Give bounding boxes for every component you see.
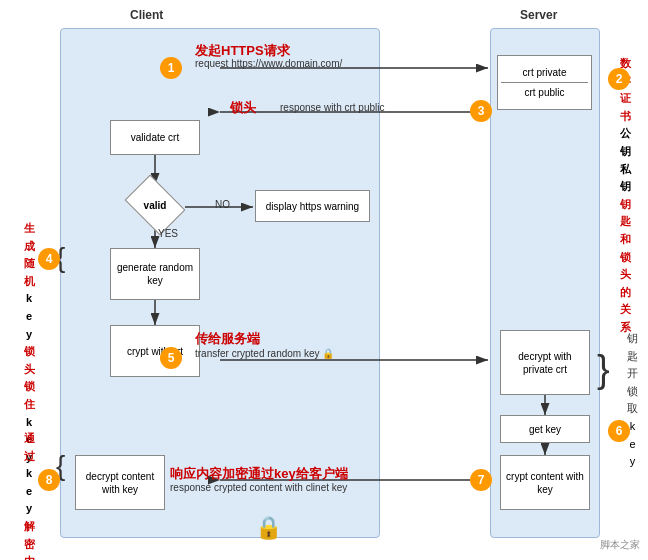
circle-6: 6 bbox=[608, 420, 630, 442]
step4-line9: 头 bbox=[14, 361, 44, 379]
get-key-text: get key bbox=[529, 423, 561, 436]
crypt-with-crt-box: crypt with crt bbox=[110, 325, 200, 377]
step7-label: 响应内容加密通过key给客户端 bbox=[170, 465, 348, 483]
step3-label-red: 锁头 bbox=[230, 99, 256, 117]
step4-line1: 生 bbox=[14, 220, 44, 238]
decrypt-content-key-box: decrypt content with key bbox=[75, 455, 165, 510]
generate-key-box: generate random key bbox=[110, 248, 200, 300]
crt-public-label: crt public bbox=[501, 83, 588, 102]
step4-line5: k bbox=[14, 290, 44, 308]
get-key-box: get key bbox=[500, 415, 590, 443]
yes-label: YES bbox=[158, 228, 178, 239]
step1-desc: request https://www.domain.com/ bbox=[195, 58, 342, 69]
diagram-container: Client Server 发起HTTPS bbox=[0, 0, 648, 560]
step4-line6: e bbox=[14, 308, 44, 326]
valid-diamond: valid bbox=[125, 185, 185, 225]
brace-step6: } bbox=[597, 348, 610, 391]
circle-5: 5 bbox=[160, 347, 182, 369]
validate-crt-text: validate crt bbox=[131, 131, 179, 144]
step4-line8: 锁 bbox=[14, 343, 44, 361]
crypt-content-key-text: crypt content with key bbox=[504, 470, 586, 496]
step5-label: 传给服务端 bbox=[195, 330, 260, 348]
server-crt-box: crt private crt public bbox=[497, 55, 592, 110]
step6-annotation: 钥 匙 开 锁 取 k e y bbox=[620, 330, 645, 471]
step2-annotation: 数 字 证 书 公 钥 私 钥 钥 匙 和 锁 头 的 关 系 bbox=[610, 55, 640, 337]
decrypt-content-key-text: decrypt content with key bbox=[79, 470, 161, 496]
display-warning-text: display https warning bbox=[266, 200, 359, 213]
step5-desc: transfer crypted random key 🔒 bbox=[195, 348, 334, 359]
decrypt-private-crt-text: decrypt with private crt bbox=[504, 350, 586, 376]
display-warning-box: display https warning bbox=[255, 190, 370, 222]
crypt-content-key-box: crypt content with key bbox=[500, 455, 590, 510]
client-label: Client bbox=[130, 8, 163, 22]
step4-line10: 锁 bbox=[14, 378, 44, 396]
server-label: Server bbox=[520, 8, 557, 22]
circle-7: 7 bbox=[470, 469, 492, 491]
circle-8: 8 bbox=[38, 469, 60, 491]
step4-line12: k bbox=[14, 414, 44, 432]
generate-key-text: generate random key bbox=[114, 261, 196, 287]
valid-text: valid bbox=[144, 200, 167, 211]
step4-line7: y bbox=[14, 326, 44, 344]
step7-desc: response crypted content with clinet key bbox=[170, 482, 347, 493]
circle-1: 1 bbox=[160, 57, 182, 79]
circle-3: 3 bbox=[470, 100, 492, 122]
no-label: NO bbox=[215, 199, 230, 210]
circle-4: 4 bbox=[38, 248, 60, 270]
crt-private-label: crt private bbox=[501, 63, 588, 83]
step3-desc: response with crt public bbox=[280, 102, 385, 113]
watermark: 脚本之家 bbox=[600, 538, 640, 552]
decrypt-private-crt-box: decrypt with private crt bbox=[500, 330, 590, 395]
step8-annotation: 通 过 k e y 解 密 内 容 bbox=[14, 430, 44, 560]
step4-line11: 住 bbox=[14, 396, 44, 414]
lock-icon-bottom: 🔒 bbox=[255, 515, 282, 541]
validate-crt-box: validate crt bbox=[110, 120, 200, 155]
step4-line4: 机 bbox=[14, 273, 44, 291]
circle-2: 2 bbox=[608, 68, 630, 90]
